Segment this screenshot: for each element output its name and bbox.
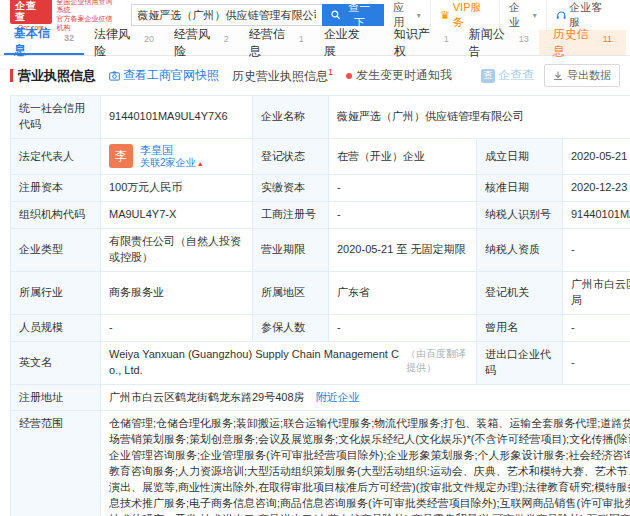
qcc-watermark-icon: 查 xyxy=(481,69,495,83)
approval-date-value: 2020-12-23 xyxy=(563,175,630,202)
tab-basic-info-count: 32 xyxy=(64,33,74,43)
translation-note: （由百度翻译提供） xyxy=(406,347,468,379)
reg-no-label: 工商注册号 xyxy=(253,202,329,229)
address-label: 注册地址 xyxy=(11,384,101,411)
address-cell: 广州市白云区鹤龙街鹤龙东路29号408房 附近企业 xyxy=(101,384,630,411)
page: { "header": { "logo_text": "企查查", "logo_… xyxy=(0,0,630,516)
reg-capital-label: 注册资本 xyxy=(11,175,101,202)
english-name-label: 英文名 xyxy=(11,341,101,384)
credit-code-value: 91440101MA9UL4Y7X6 xyxy=(101,96,253,139)
legal-rep-label: 法定代表人 xyxy=(11,138,101,174)
nearby-companies-link[interactable]: 附近企业 xyxy=(316,390,360,406)
export-data-label: 导出数据 xyxy=(567,68,611,83)
est-date-label: 成立日期 xyxy=(477,138,563,174)
former-name-label: 曾用名 xyxy=(477,314,563,341)
company-name-label: 企业名称 xyxy=(253,96,329,139)
paid-capital-label: 实缴资本 xyxy=(253,175,329,202)
business-term-label: 营业期限 xyxy=(253,228,329,271)
chevron-down-icon: ▾ xyxy=(533,11,537,20)
related-companies-link[interactable]: 关联2家企业 ▴ xyxy=(140,157,202,169)
tab-intellectual-property[interactable]: 知识产权 1 xyxy=(384,30,459,55)
tab-legal-risk[interactable]: 法律风险 20 xyxy=(84,30,164,55)
english-name-value: Weiya Yanxuan (Guangzhou) Supply Chain M… xyxy=(109,347,400,379)
section-marker xyxy=(10,69,13,82)
taxpayer-id-value: 91440101MA9UL4Y7X6 xyxy=(563,202,630,229)
tab-basic-info[interactable]: 基本信息 32 xyxy=(4,30,84,55)
status-value: 在营（开业）企业 xyxy=(329,138,477,174)
business-license-table: 统一社会信用代码 91440101MA9UL4Y7X6 企业名称 薇娅严选（广州… xyxy=(10,95,630,516)
snapshot-icon xyxy=(109,71,120,81)
industry-value: 商务服务业 xyxy=(101,271,253,314)
tab-news[interactable]: 新闻公告 13 xyxy=(459,30,539,55)
paid-capital-value: - xyxy=(329,175,477,202)
import-export-label: 进出口企业代码 xyxy=(477,341,563,384)
credit-code-label: 统一社会信用代码 xyxy=(11,96,101,139)
history-license-link[interactable]: 历史营业执照信息1 xyxy=(232,67,333,85)
tab-company-development[interactable]: 企业发展 xyxy=(314,30,384,55)
search-bar: 查一下 xyxy=(131,4,385,26)
snapshot-link-label: 查看工商官网快照 xyxy=(123,67,219,84)
insured-count-label: 参保人数 xyxy=(253,314,329,341)
nav-tabs: 基本信息 32 法律风险 20 经营风险 2 经营信息 1 企业发展 知识产权 … xyxy=(0,30,630,56)
qcc-watermark: 查 企查查 xyxy=(481,67,534,84)
staff-size-label: 人员规模 xyxy=(11,314,101,341)
download-icon xyxy=(553,71,563,81)
approval-date-label: 核准日期 xyxy=(477,175,563,202)
tab-basic-info-label: 基本信息 xyxy=(14,25,62,59)
org-code-value: MA9UL4Y7-X xyxy=(101,202,253,229)
related-caret-icon: ▴ xyxy=(198,159,202,168)
org-code-label: 组织机构代码 xyxy=(11,202,101,229)
section-title-label: 营业执照信息 xyxy=(18,67,96,85)
tab-history-count: 11 xyxy=(603,34,612,44)
english-name-cell: Weiya Yanxuan (Guangzhou) Supply Chain M… xyxy=(101,341,477,384)
change-notify-toggle[interactable]: 发生变更时通知我 xyxy=(346,67,452,84)
authority-value: 广州市白云区市场监督管理局 xyxy=(563,271,630,314)
qcc-watermark-label: 企查查 xyxy=(498,67,534,84)
business-term-value: 2020-05-21 至 无固定期限 xyxy=(329,228,477,271)
legal-rep-link[interactable]: 李皇国 xyxy=(140,144,202,157)
legal-rep-avatar: 李 xyxy=(109,144,133,168)
legal-rep-cell: 李 李皇国 关联2家企业 ▴ xyxy=(101,138,253,174)
address-value: 广州市白云区鹤龙街鹤龙东路29号408房 xyxy=(109,391,305,403)
insured-count-value: - xyxy=(329,314,477,341)
history-license-label: 历史营业执照信息 xyxy=(232,69,328,83)
red-dot-icon xyxy=(346,73,352,79)
import-export-value: - xyxy=(563,341,630,384)
license-toolbar: 营业执照信息 查看工商官网快照 历史营业执照信息1 发生变更时通知我 查 企查查… xyxy=(0,56,630,95)
authority-label: 登记机关 xyxy=(477,271,563,314)
est-date-value: 2020-05-21 xyxy=(563,138,630,174)
region-label: 所属地区 xyxy=(253,271,329,314)
tab-business-info[interactable]: 经营信息 1 xyxy=(239,30,314,55)
tab-history-label: 历史信息 xyxy=(553,26,601,60)
industry-label: 所属行业 xyxy=(11,271,101,314)
related-companies-label: 关联2家企业 xyxy=(140,157,196,168)
chevron-down-icon: ▾ xyxy=(417,11,421,20)
former-name-value: - xyxy=(563,314,630,341)
headset-icon xyxy=(556,10,566,21)
toolbar-right: 查 企查查 导出数据 xyxy=(481,64,620,87)
business-scope-label: 经营范围 xyxy=(11,411,101,516)
search-button[interactable]: 查一下 xyxy=(322,4,384,26)
region-value: 广东省 xyxy=(329,271,477,314)
slogan-line-1: 全国企业信用查询系统 xyxy=(57,0,117,15)
change-notify-label: 发生变更时通知我 xyxy=(356,67,452,84)
status-label: 登记状态 xyxy=(253,138,329,174)
company-type-label: 企业类型 xyxy=(11,228,101,271)
tab-operation-risk[interactable]: 经营风险 2 xyxy=(164,30,239,55)
qcc-logo-icon: 企查查 xyxy=(10,0,52,24)
staff-size-value: - xyxy=(101,314,253,341)
history-license-badge: 1 xyxy=(328,67,333,77)
snapshot-link[interactable]: 查看工商官网快照 xyxy=(109,67,219,84)
search-input[interactable] xyxy=(131,4,322,26)
taxpayer-id-label: 纳税人识别号 xyxy=(477,202,563,229)
company-type-value: 有限责任公司（自然人投资或控股） xyxy=(101,228,253,271)
export-data-button[interactable]: 导出数据 xyxy=(544,64,620,87)
reg-capital-value: 100万元人民币 xyxy=(101,175,253,202)
business-scope-value: 仓储管理;仓储合理化服务;装卸搬运;联合运输代理服务;物流代理服务;打包、装箱、… xyxy=(101,411,630,516)
search-icon xyxy=(331,10,341,20)
vip-crown-icon: ♛ xyxy=(440,9,450,22)
reg-no-value: - xyxy=(329,202,477,229)
taxpayer-quality-label: 纳税人资质 xyxy=(477,228,563,271)
taxpayer-quality-value: - xyxy=(563,228,630,271)
tab-history-info[interactable]: 历史信息 11 xyxy=(539,30,626,55)
